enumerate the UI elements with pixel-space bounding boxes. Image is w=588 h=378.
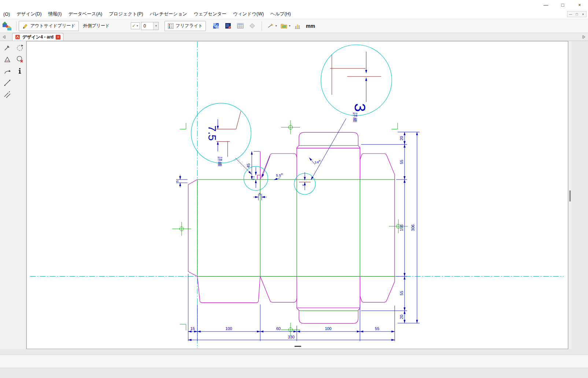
menu-item-design[interactable]: デザイン(D) — [13, 10, 45, 18]
menu-item-database[interactable]: データベース(A) — [65, 10, 106, 18]
chevron-down-icon: ▼ — [155, 25, 158, 27]
mdi-window-controls: — □ × — [567, 11, 587, 17]
catalog-browser-icons[interactable] — [1, 21, 14, 32]
knife-icon — [3, 44, 11, 52]
check-icon: ✓ — [132, 23, 135, 28]
triangle-right-icon — [583, 35, 585, 39]
check-dropdown[interactable]: ✓ ▼ — [131, 22, 140, 29]
diamond-disabled-icon — [249, 23, 255, 29]
registration-marks — [172, 120, 408, 337]
triangle-square-icon — [3, 55, 11, 63]
detail2-leader-arrow — [311, 118, 346, 180]
layer-folder-dropdown[interactable]: ▼ — [281, 23, 291, 29]
menu-item-webcenter[interactable]: ウェブセンター — [191, 10, 230, 18]
dim-55b: 55 — [399, 160, 404, 164]
tab-scroll-right-button[interactable] — [581, 34, 587, 40]
table-button[interactable] — [235, 21, 245, 31]
database-check-button[interactable] — [223, 21, 233, 31]
chart-button[interactable] — [292, 21, 302, 31]
dim-60: 60 — [276, 326, 281, 331]
bottom-area — [0, 349, 588, 378]
tab-design4[interactable]: デザイン4 - ard × — [12, 33, 63, 41]
design-canvas[interactable]: 15 100 60 100 55 330 20 55 156 55 20 306… — [26, 41, 568, 349]
detail2-callout-value: 3 — [302, 184, 305, 186]
line-pencil-icon — [267, 23, 274, 29]
outside-bleed-button[interactable]: アウトサイドブリード — [19, 21, 79, 31]
menu-item-palletization[interactable]: パレチゼーション — [147, 10, 191, 18]
table-icon — [237, 23, 244, 29]
triangle-left-icon — [3, 35, 5, 39]
mdi-minimize-button[interactable]: — — [567, 11, 574, 17]
menu-item-info[interactable]: 情報(I) — [45, 10, 65, 18]
preflight-button-label: フリフライト — [176, 23, 203, 29]
info-icon — [16, 67, 24, 75]
detail-circles — [191, 45, 392, 194]
tab-label: デザイン4 - ard — [22, 34, 53, 40]
tool-bevel[interactable] — [1, 53, 13, 65]
horizontal-scrollbar-thumb[interactable] — [295, 346, 301, 347]
folder-map-icon — [281, 23, 287, 29]
tool-parallel-line[interactable] — [1, 89, 13, 100]
bleed-value-spinner[interactable]: 0 ▼ — [141, 22, 159, 30]
detail1-callout-value: 7.5 — [252, 176, 255, 181]
main-area: 15 100 60 100 55 330 20 55 156 55 20 306… — [0, 41, 588, 349]
maximize-icon: □ — [561, 2, 564, 8]
menubar: (O) デザイン(D) 情報(I) データベース(A) プロジェクト(P) パレ… — [0, 10, 588, 19]
dim-5-mid: 5 — [259, 192, 261, 196]
toolbar-separator — [262, 21, 262, 31]
dashed-circle-arrow-icon — [16, 44, 24, 52]
tool-knife[interactable] — [1, 42, 13, 53]
blue-checker-check-icon — [213, 23, 219, 29]
dim-55c: 55 — [399, 291, 404, 295]
mdi-restore-button[interactable]: □ — [574, 11, 580, 17]
tool-delete-circle[interactable] — [14, 53, 26, 65]
spinner-dropdown-button[interactable]: ▼ — [153, 22, 158, 30]
preflight-checklist-icon — [168, 23, 174, 29]
dim-radius-14: 14R — [315, 160, 321, 164]
detail1-value: 7.5 — [206, 126, 218, 141]
line-style-dropdown[interactable]: ▼ — [267, 23, 277, 29]
tool-line[interactable] — [1, 77, 13, 88]
dim-45: 45 — [246, 163, 251, 168]
bar-chart-icon — [295, 23, 300, 29]
menu-item-project[interactable]: プロジェクト(P) — [106, 10, 146, 18]
window-close-button[interactable]: × — [571, 0, 588, 10]
tool-arc[interactable] — [1, 65, 13, 77]
tab-close-button[interactable]: × — [56, 35, 60, 40]
main-toolbar: アウトサイドブリード 外側ブリード ✓ ▼ 0 ▼ フリフライト — [0, 19, 588, 33]
dim-radius-5_5: 5.5R — [276, 173, 283, 177]
chevron-down-icon: ▼ — [288, 25, 291, 27]
minimize-icon: — — [544, 2, 548, 8]
window-maximize-button[interactable]: □ — [554, 0, 571, 10]
design-checks-button[interactable] — [211, 21, 221, 31]
window-minimize-button[interactable]: — — [537, 0, 554, 10]
bleed-value: 0 — [144, 23, 153, 29]
detail2-label: 詳細 — [352, 112, 358, 122]
close-icon: × — [57, 35, 59, 39]
menu-item-file[interactable]: (O) — [0, 11, 13, 18]
dim-5-left: 5 — [175, 180, 179, 182]
right-filler — [572, 41, 588, 349]
statusbar — [0, 355, 588, 368]
dim-20b: 20 — [399, 315, 404, 319]
dimension-text: 15 100 60 100 55 330 20 55 156 55 20 306… — [175, 136, 415, 339]
dimension-lines — [176, 52, 419, 341]
menu-item-help[interactable]: ヘルプ(H) — [267, 10, 294, 18]
chevron-down-icon: ▼ — [275, 25, 277, 27]
crease-lines — [197, 145, 395, 311]
vertical-scrollbar[interactable] — [568, 41, 572, 349]
mdi-close-button[interactable]: × — [580, 11, 586, 17]
ard-document-icon — [15, 34, 20, 40]
dim-330: 330 — [288, 335, 295, 339]
line-icon — [3, 79, 11, 87]
dim-20a: 20 — [399, 136, 404, 140]
tab-scroll-left-button[interactable] — [1, 34, 7, 40]
chevron-down-icon: ▼ — [136, 25, 139, 27]
parallel-lines-icon — [3, 90, 11, 99]
vertical-scrollbar-thumb[interactable] — [569, 190, 571, 201]
menu-item-window[interactable]: ウィンドウ(W) — [230, 10, 267, 18]
tool-rebuild[interactable] — [14, 42, 26, 53]
tool-info[interactable] — [14, 65, 26, 77]
database-check-icon — [225, 23, 231, 29]
preflight-button[interactable]: フリフライト — [164, 21, 206, 31]
